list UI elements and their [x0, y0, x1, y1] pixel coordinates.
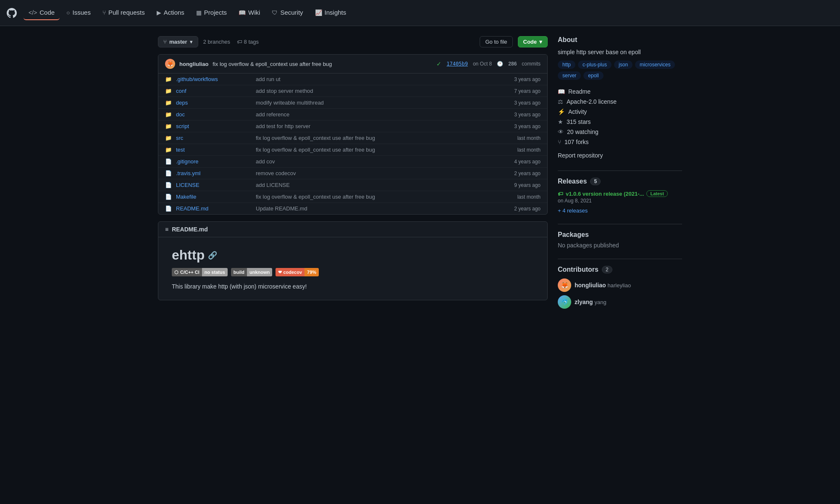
- about-section: About simple http server base on epoll h…: [558, 36, 682, 160]
- table-row: 📄.gitignoreadd cov4 years ago: [158, 156, 547, 168]
- nav-item-actions[interactable]: ▶ Actions: [152, 5, 189, 20]
- file-time: last month: [499, 147, 541, 153]
- nav-item-insights[interactable]: 📈 Insights: [310, 5, 352, 20]
- activity-icon: ⚡: [558, 108, 565, 115]
- readme-box: ≡ README.md ehttp 🔗 ⬡ C/C++ CI no status: [158, 221, 548, 300]
- branches-link[interactable]: 2 branches: [203, 39, 230, 45]
- activity-link[interactable]: ⚡ Activity: [558, 107, 682, 117]
- folder-icon: 📁: [165, 123, 172, 129]
- file-name-link[interactable]: LICENSE: [176, 182, 252, 188]
- issues-icon: ○: [66, 9, 70, 16]
- table-row: 📁confadd stop server method7 years ago: [158, 85, 547, 97]
- readme-icon: ≡: [165, 226, 168, 233]
- readme-title: ehttp 🔗: [172, 247, 534, 263]
- file-name-link[interactable]: Makefile: [176, 194, 252, 200]
- table-row: 📄Makefilefix log overflow & epoll_contex…: [158, 191, 547, 203]
- table-row: 📁srcfix log overflow & epoll_context use…: [158, 132, 547, 144]
- about-description: simple http server base on epoll: [558, 49, 682, 55]
- nav-item-security[interactable]: 🛡 Security: [267, 5, 308, 20]
- file-commit-message: fix log overflow & epoll_context use aft…: [256, 147, 494, 153]
- link-icon: 🔗: [208, 251, 217, 260]
- release-date: on Aug 8, 2021: [558, 198, 682, 204]
- folder-icon: 📁: [165, 111, 172, 118]
- stars-link[interactable]: ★ 315 stars: [558, 117, 682, 127]
- nav-item-pull-requests[interactable]: ⑂ Pull requests: [97, 5, 150, 20]
- file-name-link[interactable]: test: [176, 147, 252, 153]
- history-icon: 🕐: [497, 61, 503, 67]
- file-commit-message: fix log overflow & epoll_context use aft…: [256, 135, 494, 141]
- file-name-link[interactable]: src: [176, 135, 252, 141]
- fork-icon: ⑂: [558, 139, 561, 145]
- file-commit-message: add stop server method: [256, 88, 494, 94]
- contributors-header: Contributors 2: [558, 266, 682, 273]
- file-name-link[interactable]: script: [176, 123, 252, 129]
- commit-hash[interactable]: 17405b9: [446, 61, 468, 67]
- table-row: 📁testfix log overflow & epoll_context us…: [158, 144, 547, 156]
- file-name-link[interactable]: README.md: [176, 205, 252, 212]
- nav-item-issues[interactable]: ○ Issues: [61, 5, 96, 20]
- topic-json[interactable]: json: [614, 60, 633, 69]
- folder-icon: 📁: [165, 88, 172, 94]
- topic-http[interactable]: http: [558, 60, 575, 69]
- contributor-1-avatar: 🦊: [558, 278, 571, 292]
- code-button[interactable]: Code ▾: [518, 36, 548, 47]
- branch-selector[interactable]: ⑂ master ▾: [158, 36, 198, 47]
- more-releases-link[interactable]: + 4 releases: [558, 207, 588, 214]
- divider-2: [558, 224, 682, 224]
- file-name-link[interactable]: deps: [176, 100, 252, 106]
- releases-section: Releases 5 🏷 v1.0.6 version release (202…: [558, 178, 682, 214]
- file-time: 2 years ago: [499, 206, 541, 212]
- file-name-link[interactable]: doc: [176, 111, 252, 118]
- watching-link[interactable]: 👁 20 watching: [558, 127, 682, 137]
- readme-link[interactable]: 📖 Readme: [558, 87, 682, 97]
- release-tag-link[interactable]: 🏷 v1.0.6 version release (2021-... Lates…: [558, 190, 682, 197]
- folder-icon: 📁: [165, 135, 172, 141]
- wiki-icon: 📖: [239, 9, 246, 16]
- file-time: last month: [499, 135, 541, 141]
- contributors-section: Contributors 2 🦊 hongliuliao harleyliao …: [558, 266, 682, 309]
- file-time: 7 years ago: [499, 88, 541, 94]
- topic-epoll[interactable]: epoll: [583, 71, 603, 80]
- report-link[interactable]: Report repository: [558, 150, 682, 160]
- file-time: last month: [499, 194, 541, 200]
- topic-server[interactable]: server: [558, 71, 581, 80]
- file-name-link[interactable]: .gitignore: [176, 158, 252, 165]
- eye-icon: 👁: [558, 129, 564, 135]
- file-icon: 📄: [165, 205, 172, 212]
- license-link[interactable]: ⚖ Apache-2.0 license: [558, 97, 682, 107]
- ci-badge: ⬡ C/C++ CI no status: [172, 268, 228, 276]
- file-commit-message: fix log overflow & epoll_context use aft…: [256, 194, 494, 200]
- readme-header: ≡ README.md: [158, 222, 547, 237]
- file-time: 3 years ago: [499, 112, 541, 118]
- table-row: 📁docadd reference3 years ago: [158, 109, 547, 121]
- tags-link[interactable]: 🏷 8 tags: [237, 39, 259, 45]
- latest-badge: Latest: [646, 190, 667, 197]
- topic-cplusplus[interactable]: c-plus-plus: [578, 60, 612, 69]
- file-time: 3 years ago: [499, 76, 541, 82]
- nav-item-wiki[interactable]: 📖 Wiki: [234, 5, 265, 20]
- releases-count: 5: [590, 178, 601, 185]
- about-title: About: [558, 36, 682, 44]
- branch-icon: ⑂: [163, 39, 167, 45]
- file-name-link[interactable]: .github/workflows: [176, 76, 252, 82]
- tag-release-icon: 🏷: [558, 191, 563, 197]
- nav-item-code[interactable]: </> Code: [24, 5, 60, 20]
- packages-section: Packages No packages published: [558, 231, 682, 249]
- file-icon: 📄: [165, 170, 172, 176]
- no-packages-text: No packages published: [558, 242, 682, 249]
- table-row: 📁.github/workflowsadd run ut3 years ago: [158, 74, 547, 85]
- license-icon: ⚖: [558, 98, 563, 105]
- nav-item-projects[interactable]: ▦ Projects: [191, 5, 232, 20]
- projects-icon: ▦: [196, 9, 202, 16]
- forks-link[interactable]: ⑂ 107 forks: [558, 137, 682, 147]
- security-icon: 🛡: [272, 9, 278, 16]
- file-name-link[interactable]: .travis.yml: [176, 170, 252, 176]
- goto-file-button[interactable]: Go to file: [480, 36, 512, 47]
- releases-title: Releases 5: [558, 178, 601, 185]
- topic-microservices[interactable]: microservices: [635, 60, 675, 69]
- file-name-link[interactable]: conf: [176, 88, 252, 94]
- branch-meta: 2 branches 🏷 8 tags: [203, 39, 259, 45]
- star-icon: ★: [558, 118, 563, 125]
- folder-icon: 📁: [165, 100, 172, 106]
- content-area: ⑂ master ▾ 2 branches 🏷 8 tags Go to fil…: [158, 36, 548, 319]
